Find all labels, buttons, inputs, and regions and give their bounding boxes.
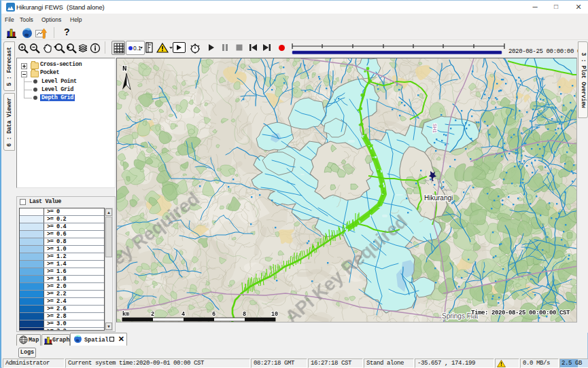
svg-text:4: 4 bbox=[181, 311, 185, 318]
svg-text:2: 2 bbox=[151, 311, 154, 318]
svg-text:8: 8 bbox=[243, 311, 246, 318]
svg-text:SH1: SH1 bbox=[432, 124, 437, 133]
svg-text:Time: 2020-08-25 00:00:00 CST: Time: 2020-08-25 00:00:00 CST bbox=[471, 310, 570, 316]
svg-text:km: km bbox=[122, 311, 129, 318]
svg-text:10: 10 bbox=[271, 311, 278, 318]
svg-text:N: N bbox=[122, 65, 127, 73]
svg-text:Hikurangi: Hikurangi bbox=[424, 194, 453, 202]
svg-text:6: 6 bbox=[212, 311, 215, 318]
